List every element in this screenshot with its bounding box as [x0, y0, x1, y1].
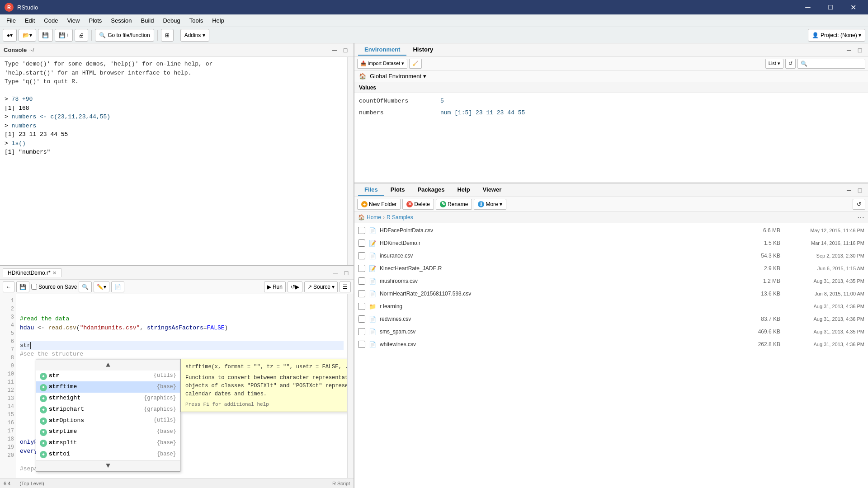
tab-files[interactable]: Files [358, 184, 384, 196]
menu-item-plots[interactable]: Plots [84, 14, 106, 27]
file-row-8[interactable]: 📄sms_spam.csv469.6 KBAug 31, 2013, 4:35 … [354, 325, 868, 338]
more-button[interactable]: ℹ More ▾ [474, 199, 506, 210]
editor-tab[interactable]: HDKinectDemo.r* ✕ [3, 268, 61, 277]
run-button[interactable]: ▶ Run [264, 282, 286, 292]
file-checkbox-0[interactable] [358, 227, 365, 234]
autocomplete-scroll-up[interactable]: ▲ [36, 359, 180, 371]
menu-item-file[interactable]: File [2, 14, 20, 27]
project-button[interactable]: 👤 Project: (None) ▾ [808, 29, 865, 42]
file-row-2[interactable]: 📄insurance.csv54.3 KBSep 2, 2013, 2:30 P… [354, 249, 868, 262]
autocomplete-item-strOptions[interactable]: ◆strOptions {utils} [36, 415, 180, 427]
file-checkbox-3[interactable] [358, 265, 365, 272]
editor-content[interactable]: 12345 678910 1112131415 1617181920 #read… [0, 294, 354, 478]
file-row-3[interactable]: 📝KinectHeartRate_JADE.R2.9 KBJun 6, 2015… [354, 262, 868, 275]
editor-tab-close[interactable]: ✕ [52, 270, 57, 276]
file-row-6[interactable]: 📁r learningAug 31, 2013, 4:36 PM [354, 300, 868, 313]
file-row-0[interactable]: 📄HDFacePointData.csv6.6 MBMay 12, 2015, … [354, 224, 868, 237]
console-content[interactable]: Type 'demo()' for some demos, 'help()' f… [0, 57, 354, 265]
save-all-button[interactable]: 💾+ [55, 29, 73, 42]
autocomplete-item-strheight[interactable]: ◆strheight {graphics} [36, 393, 180, 404]
autocomplete-item-strsplit[interactable]: ◆strsplit {base} [36, 437, 180, 449]
file-checkbox-2[interactable] [358, 252, 365, 259]
addins-button[interactable]: Addins ▾ [180, 29, 209, 42]
menu-item-tools[interactable]: Tools [185, 14, 208, 27]
tab-environment[interactable]: Environment [358, 44, 406, 56]
maximize-button[interactable]: □ [820, 0, 841, 14]
editor-back-button[interactable]: ← [3, 282, 14, 292]
editor-menu-button[interactable]: ☰ [340, 282, 351, 292]
tab-viewer[interactable]: Viewer [476, 184, 508, 196]
minimize-button[interactable]: ─ [797, 0, 818, 14]
re-run-button[interactable]: ↺▶ [288, 282, 302, 292]
menu-item-view[interactable]: View [62, 14, 84, 27]
file-checkbox-1[interactable] [358, 239, 365, 247]
file-row-7[interactable]: 📄redwines.csv83.7 KBAug 31, 2013, 4:36 P… [354, 313, 868, 325]
env-maximize-button[interactable]: □ [855, 46, 864, 55]
menu-item-session[interactable]: Session [106, 14, 136, 27]
environment-search-input[interactable] [797, 59, 865, 69]
import-dataset-button[interactable]: 📥 Import Dataset ▾ [357, 59, 407, 69]
tab-help[interactable]: Help [451, 184, 476, 196]
editor-wand-button[interactable]: ✏️▾ [94, 282, 109, 292]
menu-item-debug[interactable]: Debug [158, 14, 184, 27]
menu-item-edit[interactable]: Edit [20, 14, 39, 27]
new-file-button[interactable]: ●▾ [3, 29, 17, 42]
editor-minimize-button[interactable]: ─ [331, 268, 340, 277]
menu-item-help[interactable]: Help [208, 14, 229, 27]
delete-button[interactable]: ✕ Delete [402, 199, 434, 210]
menu-item-code[interactable]: Code [39, 14, 62, 27]
menu-item-build[interactable]: Build [137, 14, 159, 27]
open-file-button[interactable]: 📂▾ [19, 29, 36, 42]
file-row-1[interactable]: 📝HDKinectDemo.r1.5 KBMar 14, 2016, 11:16… [354, 237, 868, 249]
file-row-9[interactable]: 📄whitewines.csv262.8 KBAug 31, 2013, 4:3… [354, 338, 868, 351]
editor-scrollbar[interactable] [347, 294, 354, 478]
files-maximize-button[interactable]: □ [855, 186, 864, 195]
tab-packages[interactable]: Packages [411, 184, 451, 196]
tab-history[interactable]: History [406, 44, 439, 56]
editor-save-button[interactable]: 💾 [16, 282, 29, 292]
file-checkbox-9[interactable] [358, 341, 365, 348]
console-minimize-button[interactable]: ─ [330, 46, 339, 55]
print-button[interactable]: 🖨 [75, 29, 88, 42]
console-maximize-button[interactable]: □ [341, 46, 350, 55]
env-minimize-button[interactable]: ─ [844, 46, 854, 55]
editor-code-area[interactable]: #read the data hdau <- read.csv("hdanimu… [16, 294, 347, 478]
source-button[interactable]: ↗ Source ▾ [304, 282, 338, 292]
console-scrollbar[interactable] [347, 57, 354, 265]
editor-maximize-button[interactable]: □ [342, 268, 351, 277]
files-minimize-button[interactable]: ─ [844, 186, 854, 195]
file-checkbox-7[interactable] [358, 315, 365, 323]
file-row-5[interactable]: 📄NormHeartRate_2015681107.593.csv13.6 KB… [354, 287, 868, 300]
global-env-label[interactable]: Global Environment ▾ [370, 73, 426, 80]
autocomplete-dropdown[interactable]: ▲ ◆str {utils} ◆strftime {base} ◆strheig… [36, 359, 180, 472]
autocomplete-item-str[interactable]: ◆str {utils} [36, 371, 180, 382]
editor-compile-button[interactable]: 📄 [111, 282, 124, 292]
console-tab[interactable]: Console [4, 47, 27, 53]
files-refresh-button[interactable]: ↺ [853, 199, 865, 210]
rename-button[interactable]: ✎ Rename [436, 199, 472, 210]
list-view-button[interactable]: List ▾ [765, 59, 783, 69]
autocomplete-scroll-down[interactable]: ▼ [36, 460, 180, 471]
file-checkbox-5[interactable] [358, 290, 365, 297]
autocomplete-item-strftime[interactable]: ◆strftime {base} [36, 381, 180, 393]
clear-env-button[interactable]: 🧹 [409, 59, 422, 69]
file-checkbox-6[interactable] [358, 303, 365, 310]
go-to-file-button[interactable]: 🔍 Go to file/function [95, 29, 154, 42]
new-folder-button[interactable]: + New Folder [357, 199, 401, 210]
close-button[interactable]: ✕ [843, 0, 863, 14]
autocomplete-item-strtoi[interactable]: ◆strtoi {base} [36, 449, 180, 460]
breadcrumb-more-button[interactable]: ⋯ [857, 213, 864, 221]
source-dropdown[interactable]: ▾ [332, 284, 335, 290]
file-row-4[interactable]: 📄mushrooms.csv1.2 MBAug 31, 2013, 4:35 P… [354, 275, 868, 287]
env-refresh-button[interactable]: ↺ [785, 59, 796, 69]
autocomplete-item-stripchart[interactable]: ◆stripchart {graphics} [36, 404, 180, 415]
source-on-save-checkbox[interactable] [31, 284, 37, 290]
file-checkbox-4[interactable] [358, 277, 365, 285]
editor-search-button[interactable]: 🔍 [79, 282, 92, 292]
workspace-button[interactable]: ⊞ [161, 29, 174, 42]
breadcrumb-home[interactable]: Home [367, 214, 381, 221]
tab-plots[interactable]: Plots [384, 184, 411, 196]
save-button[interactable]: 💾 [38, 29, 53, 42]
autocomplete-item-strptime[interactable]: ◆strptime {base} [36, 426, 180, 437]
breadcrumb-r-samples[interactable]: R Samples [387, 214, 413, 221]
